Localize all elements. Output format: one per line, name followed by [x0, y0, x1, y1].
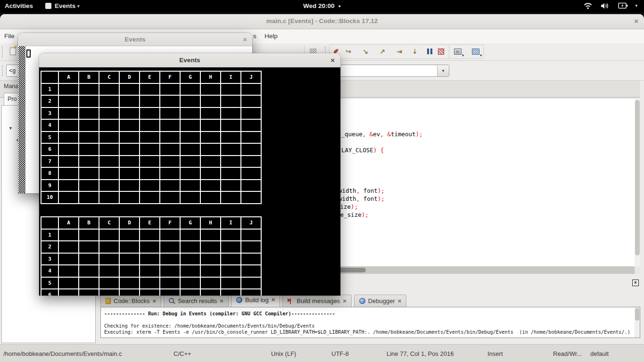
grid-cell[interactable]: [181, 84, 200, 95]
grid-cell[interactable]: [120, 144, 139, 155]
grid-cell[interactable]: [79, 108, 99, 119]
grid-cell[interactable]: [59, 192, 78, 203]
grid-cell[interactable]: [120, 108, 139, 119]
grid-cell[interactable]: [140, 278, 159, 289]
grid-cell[interactable]: [181, 168, 200, 179]
grid-cell[interactable]: [79, 241, 99, 253]
grid-cell[interactable]: [181, 180, 200, 191]
grid-cell[interactable]: [221, 241, 240, 253]
step-into-icon[interactable]: ↘: [360, 46, 371, 57]
grid-cell[interactable]: [99, 192, 119, 203]
grid-cell[interactable]: [221, 132, 240, 143]
menu-partial[interactable]: s: [253, 33, 256, 40]
grid-cell[interactable]: [140, 241, 159, 253]
grid-cell[interactable]: [140, 96, 159, 107]
grid-cell[interactable]: [79, 96, 99, 107]
grid-cell[interactable]: [241, 144, 261, 155]
toolbar-grip[interactable]: [2, 46, 3, 58]
grid-cell[interactable]: [99, 120, 119, 131]
grid-cell[interactable]: [160, 265, 180, 277]
grid-cell[interactable]: [140, 192, 159, 203]
window-titlebar[interactable]: Events ×: [18, 33, 252, 46]
grid-cell[interactable]: [120, 156, 139, 167]
grid-cell[interactable]: [79, 265, 99, 277]
grid-cell[interactable]: [181, 254, 200, 265]
grid-cell[interactable]: [59, 254, 78, 265]
grid-cell[interactable]: [181, 265, 200, 277]
grid-cell[interactable]: [201, 241, 220, 253]
grid-cell[interactable]: [99, 265, 119, 277]
grid-cell[interactable]: [181, 144, 200, 155]
grid-cell[interactable]: [79, 278, 99, 289]
close-icon[interactable]: ×: [153, 299, 157, 304]
grid-cell[interactable]: [140, 120, 159, 131]
grid-cell[interactable]: [140, 156, 159, 167]
close-icon[interactable]: ×: [343, 299, 347, 304]
grid-cell[interactable]: [241, 108, 261, 119]
grid-cell[interactable]: [59, 241, 78, 253]
grid-cell[interactable]: [201, 289, 220, 296]
grid-cell[interactable]: [201, 144, 220, 155]
grid-cell[interactable]: [221, 84, 240, 95]
ide-titlebar[interactable]: main.c [Events] - Code::Blocks 17.12 ×: [0, 14, 644, 29]
grid-cell[interactable]: [99, 230, 119, 241]
grid-cell[interactable]: [221, 180, 240, 191]
grid-cell[interactable]: [140, 144, 159, 155]
close-logs-icon[interactable]: ×: [632, 280, 639, 286]
grid-cell[interactable]: [241, 230, 261, 241]
grid-cell[interactable]: [59, 289, 78, 296]
grid-cell[interactable]: [181, 289, 200, 296]
grid-cell[interactable]: [221, 289, 240, 296]
grid-cell[interactable]: [201, 192, 220, 203]
grid-cell[interactable]: [79, 120, 99, 131]
grid-cell[interactable]: [59, 132, 78, 143]
grid-cell[interactable]: [120, 180, 139, 191]
break-debugger-icon[interactable]: [424, 46, 435, 57]
grid-cell[interactable]: [59, 180, 78, 191]
grid-cell[interactable]: [160, 96, 180, 107]
grid-cell[interactable]: [241, 289, 261, 296]
grid-cell[interactable]: [221, 168, 240, 179]
grid-cell[interactable]: [160, 84, 180, 95]
grid-cell[interactable]: [160, 192, 180, 203]
close-icon[interactable]: ×: [220, 299, 223, 304]
grid-cell[interactable]: [120, 96, 139, 107]
grid-cell[interactable]: [140, 254, 159, 265]
grid-cell[interactable]: [140, 168, 159, 179]
new-file-icon[interactable]: [8, 46, 18, 57]
grid-cell[interactable]: [201, 254, 220, 265]
grid-cell[interactable]: [59, 156, 78, 167]
grid-cell[interactable]: [99, 108, 119, 119]
close-icon[interactable]: ×: [634, 17, 638, 25]
grid-cell[interactable]: [241, 96, 261, 107]
log-vertical-scrollbar[interactable]: [635, 307, 640, 337]
grid-cell[interactable]: [120, 132, 139, 143]
grid-cell[interactable]: [201, 265, 220, 277]
grid-cell[interactable]: [201, 230, 220, 241]
grid-cell[interactable]: [181, 108, 200, 119]
grid-cell[interactable]: [120, 265, 139, 277]
grid-cell[interactable]: [99, 96, 119, 107]
grid-cell[interactable]: [59, 144, 78, 155]
grid-cell[interactable]: [59, 120, 78, 131]
grid-cell[interactable]: [181, 132, 200, 143]
grid-cell[interactable]: [160, 254, 180, 265]
grid-cell[interactable]: [201, 180, 220, 191]
grid-cell[interactable]: [221, 144, 240, 155]
grid-cell[interactable]: [181, 230, 200, 241]
grid-cell[interactable]: [160, 241, 180, 253]
grid-cell[interactable]: [160, 144, 180, 155]
grid-cell[interactable]: [59, 108, 78, 119]
grid-cell[interactable]: [99, 241, 119, 253]
grid-cell[interactable]: [79, 289, 99, 296]
grid-cell[interactable]: [99, 168, 119, 179]
grid-cell[interactable]: [201, 168, 220, 179]
log-tab-build-messages[interactable]: Build messages×: [282, 295, 351, 307]
grid-cell[interactable]: [221, 254, 240, 265]
grid-cell[interactable]: [99, 278, 119, 289]
grid-cell[interactable]: [221, 192, 240, 203]
grid-cell[interactable]: [160, 180, 180, 191]
grid-cell[interactable]: [99, 180, 119, 191]
close-icon[interactable]: ×: [398, 299, 402, 304]
grid-cell[interactable]: [181, 192, 200, 203]
